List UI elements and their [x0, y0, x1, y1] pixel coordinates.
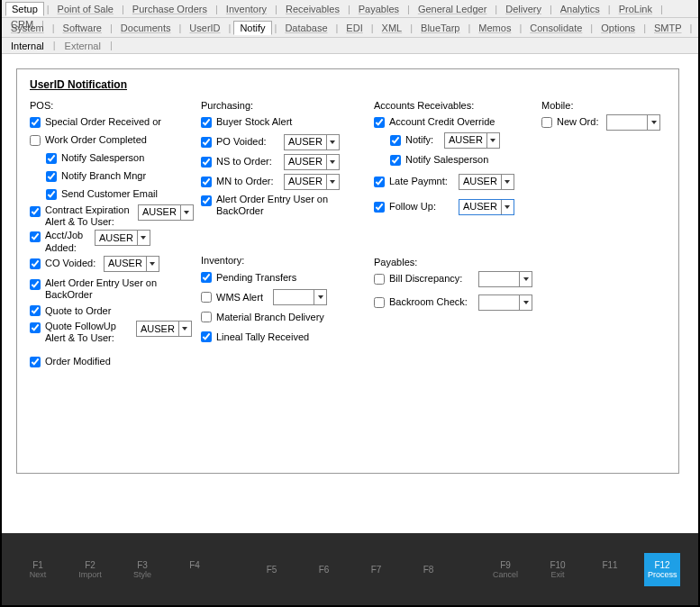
wms-alert-checkbox[interactable] [201, 292, 212, 303]
nav-analytics[interactable]: Analytics [555, 3, 605, 15]
f1-button[interactable]: F1Next [20, 553, 56, 586]
chevron-down-icon[interactable] [326, 155, 339, 169]
subnav-system[interactable]: System [5, 22, 50, 34]
f10-exit-button[interactable]: F10Exit [540, 553, 576, 586]
subnav-edi[interactable]: EDI [341, 22, 368, 34]
chevron-down-icon[interactable] [178, 322, 191, 336]
contract-expiration-checkbox[interactable] [30, 206, 41, 217]
subnav-userid[interactable]: UserID [184, 22, 225, 34]
send-customer-email-checkbox[interactable] [46, 189, 57, 200]
follow-up-user-select[interactable]: AUSER [459, 199, 514, 215]
send-customer-email-label: Send Customer Email [61, 188, 158, 200]
wms-alert-user-select[interactable] [273, 289, 327, 305]
subnav-bluetarp[interactable]: BlueTarp [415, 22, 465, 34]
mn-to-order-user-select[interactable]: AUSER [284, 174, 340, 190]
po-voided-user-select[interactable]: AUSER [284, 134, 340, 150]
chevron-down-icon[interactable] [314, 290, 326, 304]
purchasing-column: Purchasing: Buyer Stock Alert PO Voided:… [201, 100, 367, 372]
f11-button[interactable]: F11 [592, 553, 628, 586]
mobile-head: Mobile: [541, 100, 684, 111]
acct-job-user-select[interactable]: AUSER [95, 230, 150, 246]
f9-cancel-button[interactable]: F9Cancel [487, 553, 523, 586]
subnav-database[interactable]: Database [279, 22, 332, 34]
f4-button[interactable]: F4 [177, 553, 213, 586]
content-area: UserID Notification POS: Special Order R… [2, 54, 698, 488]
late-paymnt-checkbox[interactable] [374, 177, 385, 187]
chevron-down-icon[interactable] [326, 135, 339, 149]
f6-button[interactable]: F6 [306, 557, 342, 582]
lineal-tally-checkbox[interactable] [201, 331, 212, 342]
chevron-down-icon[interactable] [501, 200, 514, 214]
acct-credit-override-checkbox[interactable] [374, 117, 385, 128]
chevron-down-icon[interactable] [326, 175, 339, 189]
nav-receivables[interactable]: Receivables [280, 3, 345, 15]
quote-to-order-checkbox[interactable] [30, 305, 41, 316]
chevron-down-icon[interactable] [146, 257, 159, 271]
f2-button[interactable]: F2Import [72, 553, 108, 586]
nav-payables[interactable]: Payables [353, 3, 405, 15]
nav-setup[interactable]: Setup [5, 2, 44, 16]
pending-transfers-checkbox[interactable] [201, 272, 212, 283]
nav-purchase-orders[interactable]: Purchase Orders [127, 3, 213, 15]
purch-alert-order-entry-checkbox[interactable] [201, 195, 212, 206]
po-voided-checkbox[interactable] [201, 137, 212, 148]
follow-up-checkbox[interactable] [374, 202, 385, 213]
nav-general-ledger[interactable]: General Ledger [413, 3, 492, 15]
new-ord-user-select[interactable] [606, 114, 660, 131]
subnav-software[interactable]: Software [58, 22, 107, 34]
subnav-smtp[interactable]: SMTP [649, 22, 687, 34]
nav-pos[interactable]: Point of Sale [52, 3, 119, 15]
tab-internal[interactable]: Internal [7, 40, 48, 53]
chevron-down-icon[interactable] [501, 175, 514, 189]
material-branch-delivery-checkbox[interactable] [201, 312, 212, 322]
bill-discrepancy-user-select[interactable] [478, 271, 532, 287]
backroom-check-user-select[interactable] [478, 294, 532, 311]
purchasing-head: Purchasing: [201, 100, 367, 111]
ns-to-order-checkbox[interactable] [201, 157, 212, 168]
f8-button[interactable]: F8 [411, 557, 447, 582]
chevron-down-icon[interactable] [486, 133, 499, 148]
buyer-stock-alert-checkbox[interactable] [201, 117, 212, 128]
f12-process-button[interactable]: F12Process [644, 553, 680, 586]
subnav-xml[interactable]: XML [377, 22, 408, 34]
wo-completed-checkbox[interactable] [30, 135, 41, 146]
pos-alert-order-entry-checkbox[interactable] [30, 279, 41, 290]
quote-followup-user-select[interactable]: AUSER [136, 321, 192, 337]
f5-button[interactable]: F5 [254, 557, 290, 582]
acct-job-added-checkbox[interactable] [30, 231, 41, 242]
f7-button[interactable]: F7 [359, 557, 395, 582]
ar-notify-salesperson-checkbox[interactable] [390, 155, 401, 166]
tab-external[interactable]: External [61, 40, 105, 53]
nav-inventory[interactable]: Inventory [221, 3, 272, 15]
mn-to-order-checkbox[interactable] [201, 177, 212, 187]
late-paymnt-user-select[interactable]: AUSER [459, 174, 514, 190]
bill-discrepancy-checkbox[interactable] [374, 274, 385, 285]
order-modified-checkbox[interactable] [30, 357, 41, 367]
chevron-down-icon[interactable] [180, 205, 193, 220]
special-order-checkbox[interactable] [30, 117, 41, 128]
nav-delivery[interactable]: Delivery [500, 3, 547, 15]
co-voided-checkbox[interactable] [30, 258, 41, 269]
pos-alert-order-entry-label: Alert Order Entry User on BackOrder [45, 277, 180, 301]
subnav-notify[interactable]: Notify [233, 21, 271, 35]
contract-expiration-user-select[interactable]: AUSER [138, 204, 194, 221]
co-voided-user-select[interactable]: AUSER [104, 256, 159, 272]
ar-notify-user-select[interactable]: AUSER [444, 132, 500, 149]
subnav-documents[interactable]: Documents [115, 22, 177, 34]
nav-prolink[interactable]: ProLink [614, 3, 658, 15]
chevron-down-icon[interactable] [137, 231, 150, 245]
subnav-consolidate[interactable]: Consolidate [524, 22, 587, 34]
notify-salesperson-checkbox[interactable] [46, 153, 57, 164]
quote-followup-checkbox[interactable] [30, 322, 41, 333]
ar-notify-checkbox[interactable] [390, 135, 401, 146]
notify-branch-mngr-checkbox[interactable] [46, 171, 57, 182]
f3-button[interactable]: F3Style [124, 553, 160, 586]
backroom-check-checkbox[interactable] [374, 297, 385, 308]
chevron-down-icon[interactable] [519, 272, 532, 286]
chevron-down-icon[interactable] [519, 295, 532, 310]
subnav-options[interactable]: Options [595, 22, 641, 34]
new-ord-checkbox[interactable] [541, 117, 552, 128]
ns-to-order-user-select[interactable]: AUSER [284, 154, 340, 170]
chevron-down-icon[interactable] [647, 115, 659, 130]
subnav-memos[interactable]: Memos [473, 22, 516, 34]
